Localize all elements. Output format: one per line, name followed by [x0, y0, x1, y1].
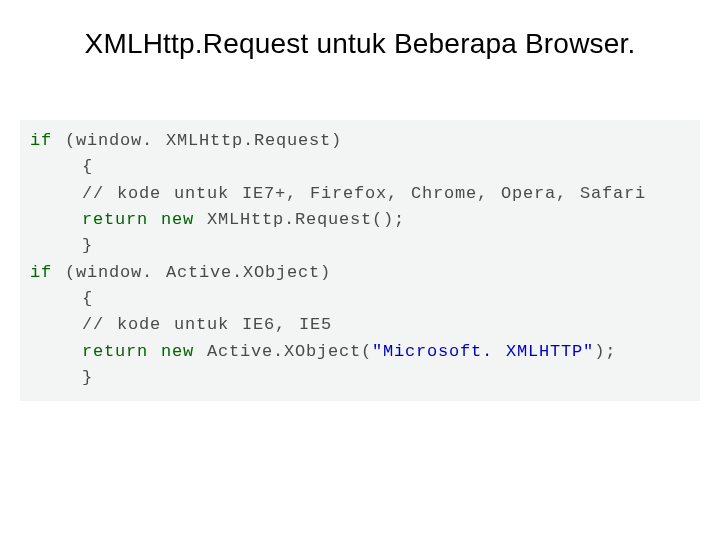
code-text: {	[30, 157, 93, 176]
slide: XMLHttp.Request untuk Beberapa Browser. …	[0, 0, 720, 540]
code-comment: // kode untuk IE7+, Firefox, Chrome, Ope…	[30, 184, 646, 203]
code-text: XMLHttp.Request();	[194, 210, 405, 229]
code-text: {	[30, 289, 93, 308]
code-string: "Microsoft. XMLHTTP"	[372, 342, 594, 361]
code-text: Active.XObject(	[194, 342, 372, 361]
code-text: }	[30, 236, 93, 255]
slide-title: XMLHttp.Request untuk Beberapa Browser.	[0, 28, 720, 60]
code-text	[30, 210, 82, 229]
code-keyword: return new	[82, 342, 194, 361]
code-keyword: return new	[82, 210, 194, 229]
code-text: );	[594, 342, 616, 361]
code-keyword: if	[30, 263, 52, 282]
code-text: (window. XMLHttp.Request)	[52, 131, 342, 150]
code-text: }	[30, 368, 93, 387]
code-text: (window. Active.XObject)	[52, 263, 331, 282]
code-block: if (window. XMLHttp.Request) { // kode u…	[20, 120, 700, 401]
code-keyword: if	[30, 131, 52, 150]
code-text	[30, 342, 82, 361]
code-comment: // kode untuk IE6, IE5	[30, 315, 332, 334]
